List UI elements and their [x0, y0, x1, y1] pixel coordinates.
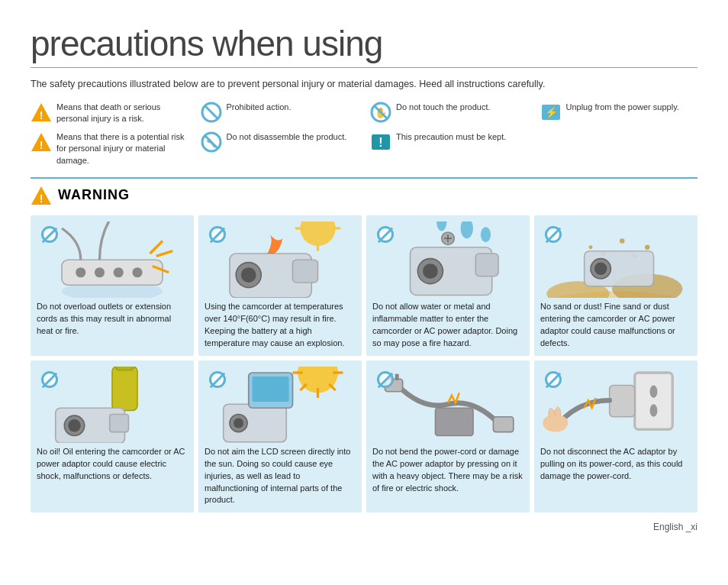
card-8-no-sym [545, 371, 562, 388]
legend-text-no-disassemble: Do not disassemble the product. [227, 131, 347, 143]
svg-point-20 [76, 267, 85, 277]
legend-text-prohibited: Prohibited action. [227, 102, 292, 113]
svg-text:!: ! [40, 139, 43, 151]
card-2-image [205, 221, 356, 298]
svg-text:!: ! [378, 136, 382, 149]
svg-point-55 [589, 245, 593, 249]
card-7-illustration [372, 367, 523, 443]
svg-point-91 [543, 415, 568, 432]
card-1-no-sym [41, 226, 58, 243]
cards-grid: Do not overload outlets or extension cor… [31, 215, 697, 512]
svg-rect-36 [293, 260, 318, 283]
card-2-illustration [205, 221, 356, 298]
svg-rect-68 [110, 415, 129, 432]
card-4-image [540, 221, 691, 298]
card-2-no-sym [209, 226, 226, 243]
card-4-text: No sand or dust! Fine sand or dust enter… [540, 301, 691, 350]
card-3-image [372, 221, 523, 298]
svg-point-81 [234, 419, 243, 428]
svg-point-21 [95, 267, 105, 277]
card-6-image [205, 367, 356, 443]
card-5-illustration [37, 367, 188, 443]
card-8-image [540, 367, 691, 443]
svg-point-43 [461, 221, 474, 238]
svg-point-89 [650, 405, 658, 418]
must-keep-icon: ! [370, 131, 391, 153]
svg-line-27 [150, 241, 163, 254]
card-3-no-sym [377, 226, 394, 243]
no-touch-icon: ✋ [370, 102, 391, 123]
card-4: No sand or dust! Fine sand or dust enter… [534, 215, 697, 356]
legend-item-no-touch: ✋ Do not touch the product. [370, 102, 528, 125]
svg-point-23 [132, 267, 142, 277]
page-number: English _xi [653, 522, 697, 532]
card-3-illustration [372, 221, 523, 298]
unplug-icon: ⚡ [540, 102, 562, 123]
svg-line-28 [156, 250, 172, 256]
svg-rect-90 [610, 386, 635, 417]
warning-icon: ! [31, 185, 52, 206]
legend-text-death-risk: Means that death or serious personal inj… [56, 102, 188, 125]
svg-text:⚡: ⚡ [544, 106, 558, 119]
legend-item-prohibited: Prohibited action. [201, 102, 359, 125]
card-2: Using the camcorder at temperatures over… [198, 215, 362, 356]
svg-point-45 [481, 227, 491, 242]
svg-point-44 [436, 221, 446, 231]
card-7-no-sym [377, 371, 394, 388]
svg-text:!: ! [40, 192, 43, 205]
warning-triangle-small-icon: ! [31, 131, 52, 153]
warning-header: ! WARNING [31, 177, 697, 206]
svg-point-59 [594, 262, 607, 275]
svg-point-22 [114, 267, 124, 277]
legend-item-must-keep: ! This precaution must be kept. [370, 131, 528, 166]
warning-label: WARNING [58, 187, 130, 203]
legend-text-potential-risk: Means that there is a potential risk for… [56, 131, 188, 166]
no-disassemble-icon: 🔧 [201, 131, 222, 153]
svg-rect-87 [635, 373, 673, 429]
card-3-text: Do not allow water or metal and inflamma… [372, 301, 523, 350]
card-6-no-sym [209, 371, 226, 388]
svg-rect-84 [395, 374, 399, 380]
card-6-text: Do not aim the LCD screen directly into … [205, 446, 356, 507]
legend-text-unplug: Unplug from the power supply. [566, 102, 679, 113]
svg-rect-79 [253, 377, 289, 402]
svg-point-88 [650, 386, 658, 399]
footer: English _xi [31, 522, 697, 532]
legend-item-death-risk: ! Means that death or serious personal i… [31, 102, 188, 125]
svg-rect-40 [475, 254, 498, 276]
warning-triangle-icon: ! [31, 102, 52, 123]
card-6-illustration [205, 367, 356, 443]
card-7-image [372, 367, 523, 443]
card-8: Do not disconnect the AC adaptor by pull… [534, 360, 697, 513]
svg-point-53 [620, 238, 625, 244]
card-1-image [37, 221, 188, 298]
page-title: precautions when using [31, 23, 697, 68]
legend-grid: ! Means that death or serious personal i… [31, 102, 697, 166]
svg-text:!: ! [40, 109, 43, 121]
legend-item-unplug: ⚡ Unplug from the power supply. [540, 102, 698, 125]
svg-line-3 [205, 106, 217, 118]
card-6: Do not aim the LCD screen directly into … [198, 360, 362, 513]
svg-rect-85 [436, 409, 474, 436]
card-5: No oil! Oil entering the camcorder or AC… [31, 360, 194, 513]
card-2-text: Using the camcorder at temperatures over… [205, 301, 356, 350]
svg-point-56 [645, 244, 650, 250]
card-5-no-sym [41, 371, 58, 388]
card-1-text: Do not overload outlets or extension cor… [37, 301, 188, 338]
card-7-text: Do not bend the power-cord or damage the… [372, 446, 523, 495]
card-1: Do not overload outlets or extension cor… [31, 215, 194, 356]
card-8-text: Do not disconnect the AC adaptor by pull… [540, 446, 691, 483]
card-3: Do not allow water or metal and inflamma… [366, 215, 530, 356]
card-5-text: No oil! Oil entering the camcorder or AC… [37, 446, 188, 483]
card-7: Do not bend the power-cord or damage the… [366, 360, 530, 513]
legend-text-must-keep: This precaution must be kept. [396, 131, 506, 143]
svg-point-42 [423, 263, 438, 279]
card-8-illustration [540, 367, 691, 443]
svg-rect-61 [116, 367, 134, 370]
svg-point-38 [241, 267, 256, 283]
svg-point-67 [68, 420, 81, 433]
legend-item-no-disassemble: 🔧 Do not disassemble the product. [201, 131, 359, 166]
legend-item-empty [540, 131, 698, 166]
legend-text-no-touch: Do not touch the product. [396, 102, 491, 113]
intro-text: The safety precautions illustrated below… [31, 79, 697, 89]
